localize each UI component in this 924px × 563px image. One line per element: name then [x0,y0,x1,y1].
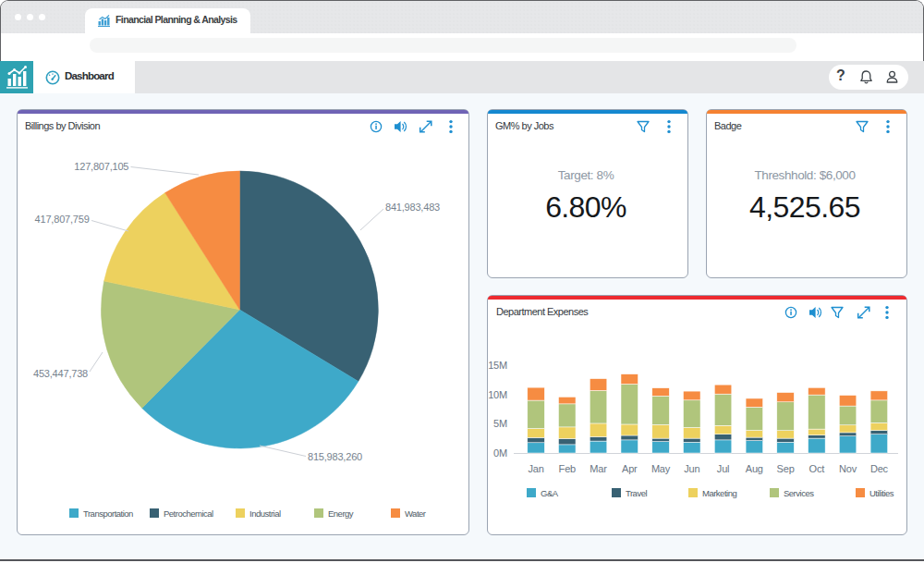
svg-text:841,983,483: 841,983,483 [385,202,440,213]
svg-text:10M: 10M [488,389,507,400]
svg-text:Aug: Aug [746,463,763,474]
svg-text:417,807,759: 417,807,759 [35,214,90,225]
svg-text:Apr: Apr [622,463,638,474]
svg-text:Nov: Nov [839,463,857,474]
svg-text:Sep: Sep [777,463,795,474]
svg-text:Jul: Jul [717,463,729,474]
svg-text:Jan: Jan [528,463,543,474]
svg-text:Mar: Mar [590,463,607,474]
svg-text:Feb: Feb [559,463,576,474]
svg-text:453,447,738: 453,447,738 [33,368,88,379]
svg-text:Oct: Oct [809,463,825,474]
svg-text:Dec: Dec [870,463,889,474]
svg-text:127,807,105: 127,807,105 [74,161,128,172]
svg-text:15M: 15M [488,360,507,371]
svg-text:0M: 0M [493,447,507,459]
svg-text:Jun: Jun [684,463,699,474]
svg-text:815,983,260: 815,983,260 [308,451,362,462]
svg-text:5M: 5M [493,418,507,429]
svg-text:May: May [651,463,671,474]
